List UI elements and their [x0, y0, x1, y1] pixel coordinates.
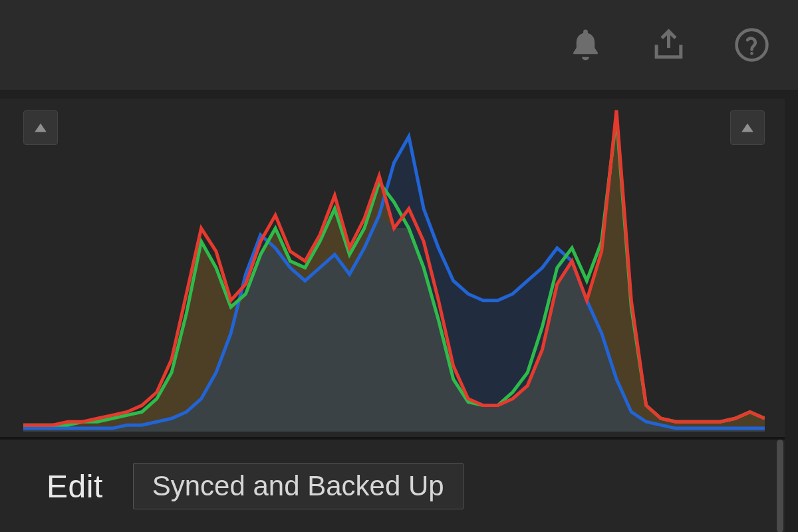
panel-scrollbar[interactable] [777, 440, 783, 532]
edit-panel-title: Edit [47, 468, 103, 505]
sync-status-badge: Synced and Backed Up [133, 463, 464, 509]
svg-point-0 [736, 30, 767, 61]
highlight-clipping-toggle[interactable] [730, 110, 765, 145]
help-icon[interactable] [728, 22, 775, 68]
svg-point-1 [750, 52, 753, 55]
histogram-panel [0, 98, 785, 437]
rgb-histogram[interactable] [23, 104, 765, 432]
top-toolbar [0, 0, 798, 90]
share-icon[interactable] [645, 22, 692, 68]
shadow-clipping-toggle[interactable] [23, 110, 58, 145]
edit-status-bar: Edit Synced and Backed Up [0, 440, 785, 532]
notifications-icon[interactable] [562, 22, 608, 68]
